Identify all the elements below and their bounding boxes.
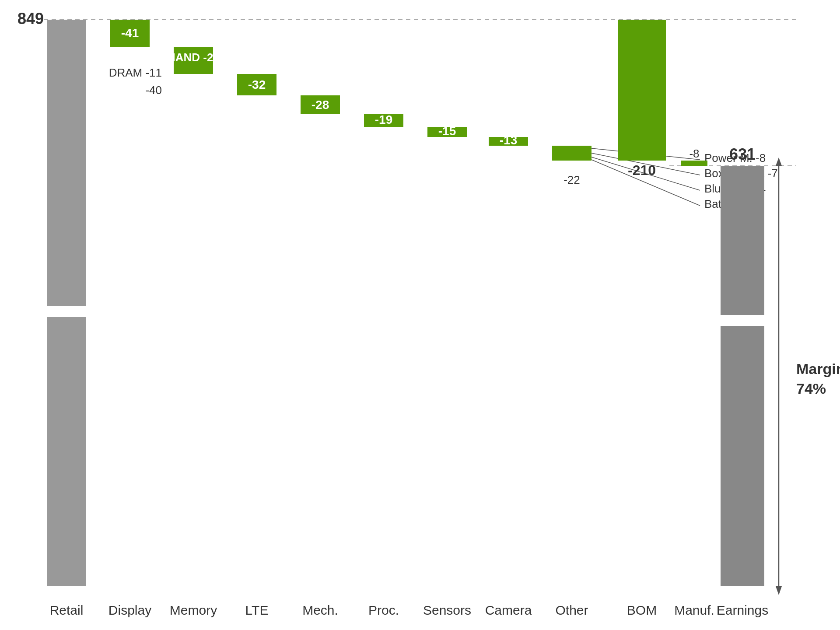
bar-retail — [47, 20, 86, 586]
xlabel-lte: LTE — [245, 603, 269, 617]
bar-earnings — [721, 166, 764, 586]
bar-other-battery — [552, 158, 592, 161]
label-nand-value: NAND -29 — [167, 51, 220, 64]
margin-label: Margin — [796, 360, 840, 377]
xlabel-display: Display — [108, 603, 151, 617]
margin-value: 74% — [796, 380, 826, 397]
y-axis-top-label: 849 — [18, 10, 44, 28]
chart-container: 849 -41 NAND -29 DRAM -11 -40 -32 -28 -1… — [0, 0, 840, 630]
bar-bom — [618, 20, 666, 161]
xlabel-other: Other — [555, 603, 588, 617]
label-dram: DRAM -11 — [109, 66, 162, 79]
label-mech-value: -28 — [312, 98, 329, 112]
xlabel-retail: Retail — [50, 603, 84, 617]
label-lte-value: -32 — [248, 78, 266, 91]
bar-other-powerm — [552, 146, 592, 151]
bar-other-boxcontent — [552, 151, 592, 156]
waterfall-chart: 849 -41 NAND -29 DRAM -11 -40 -32 -28 -1… — [0, 0, 840, 630]
label-display-value: -41 — [121, 26, 139, 40]
bar-memory-dram — [174, 66, 213, 74]
xlabel-sensors: Sensors — [423, 603, 471, 617]
bar-manuf — [681, 161, 707, 166]
label-manuf-value: -8 — [689, 147, 699, 160]
bar-earnings-break — [721, 315, 764, 326]
label-earnings-value: 631 — [729, 145, 756, 163]
label-camera-value: -13 — [500, 133, 517, 147]
label-sensors-value: -15 — [438, 124, 456, 138]
label-other-total: -22 — [564, 173, 580, 186]
xlabel-memory: Memory — [170, 603, 217, 617]
bar-other-bluetooth — [552, 156, 592, 158]
chart-background — [0, 0, 840, 630]
label-proc-value: -19 — [375, 113, 392, 126]
xlabel-camera: Camera — [485, 603, 532, 617]
label-bom-value: -210 — [628, 162, 656, 178]
xlabel-proc: Proc. — [368, 603, 399, 617]
xlabel-bom: BOM — [627, 603, 657, 617]
xlabel-mech: Mech. — [302, 603, 338, 617]
label-memory-total: -40 — [145, 84, 162, 97]
xlabel-earnings: Earnings — [717, 603, 768, 617]
bar-retail-break — [47, 306, 86, 317]
xlabel-manuf: Manuf. — [674, 603, 714, 617]
